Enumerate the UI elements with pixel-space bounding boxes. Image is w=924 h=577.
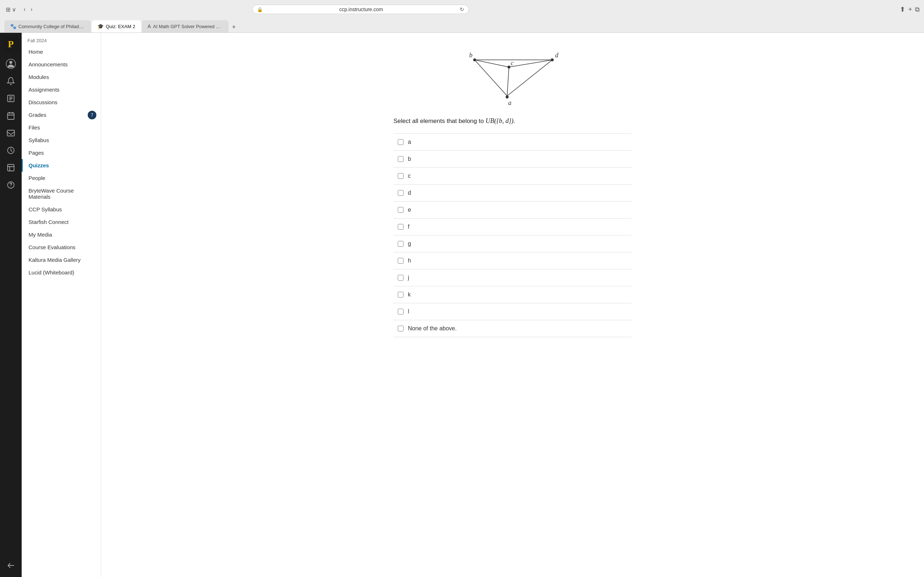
answer-item-j: j (393, 269, 632, 286)
checkbox-none[interactable] (398, 326, 404, 331)
app-layout: P (0, 33, 924, 577)
checkbox-d[interactable] (398, 190, 404, 196)
sidebar-item-evaluations[interactable]: Course Evaluations (22, 241, 101, 253)
svg-line-10 (507, 67, 509, 96)
checkbox-g[interactable] (398, 241, 404, 247)
sidebar-item-grades[interactable]: Grades 7 (22, 108, 101, 121)
checkbox-k[interactable] (398, 292, 404, 298)
share-button[interactable]: ⬆ (900, 5, 905, 13)
tab-favicon-3: Α (148, 23, 151, 29)
address-bar[interactable]: 🔒 ccp.instructure.com ↻ (252, 5, 469, 14)
svg-text:c: c (511, 60, 514, 67)
sidebar-item-brytewave[interactable]: BryteWave Course Materials (22, 184, 101, 203)
svg-rect-3 (8, 113, 14, 119)
tabs-overview-button[interactable]: ⧉ (915, 5, 920, 13)
sidebar-item-files[interactable]: Files (22, 121, 101, 134)
tab-title-3: AI Math GPT Solver Powered by GPT-4o Fre… (153, 24, 223, 29)
choice-label-c[interactable]: c (408, 173, 627, 179)
nav-item-calendar[interactable] (3, 108, 19, 124)
svg-text:a: a (508, 99, 512, 106)
browser-action-buttons: ⬆ + ⧉ (900, 5, 920, 13)
svg-text:d: d (555, 52, 559, 59)
answer-item-f: f (393, 219, 632, 235)
choice-label-b[interactable]: b (408, 156, 627, 162)
nav-item-collapse[interactable] (3, 558, 19, 574)
answer-item-d: d (393, 185, 632, 201)
sidebar-item-discussions[interactable]: Discussions (22, 96, 101, 108)
sidebar-item-syllabus[interactable]: Syllabus (22, 134, 101, 147)
sidebar-item-pages[interactable]: Pages (22, 147, 101, 159)
sidebar-item-modules[interactable]: Modules (22, 71, 101, 83)
svg-line-12 (475, 60, 509, 67)
svg-line-13 (509, 60, 552, 67)
tab-favicon-2: 🎓 (97, 23, 103, 29)
choice-label-k[interactable]: k (408, 292, 627, 298)
svg-line-9 (475, 60, 507, 96)
answer-item-k: k (393, 286, 632, 303)
tab-community-college[interactable]: 🐾 Community College of Philadelphia (4, 20, 91, 32)
browser-toolbar: ⊞ ∨ ‹ › 🔒 ccp.instructure.com ↻ ⬆ + ⧉ (0, 0, 924, 19)
checkbox-b[interactable] (398, 156, 404, 162)
answer-item-e: e (393, 201, 632, 219)
sidebar-item-quizzes[interactable]: Quizzes (22, 159, 101, 172)
checkbox-f[interactable] (398, 224, 404, 230)
new-tab-button[interactable]: + (908, 5, 912, 13)
svg-rect-6 (8, 164, 14, 171)
checkbox-c[interactable] (398, 173, 404, 179)
checkbox-h[interactable] (398, 258, 404, 264)
nav-buttons: ‹ › (21, 5, 35, 14)
browser-tabs: 🐾 Community College of Philadelphia 🎓 Qu… (0, 19, 924, 32)
sidebar-item-ccpsyllabus[interactable]: CCP Syllabus (22, 203, 101, 216)
nav-item-inbox[interactable] (3, 125, 19, 141)
choice-label-j[interactable]: j (408, 274, 627, 281)
checkbox-a[interactable] (398, 139, 404, 145)
course-sidebar: Fall 2024 Home Announcements Modules Ass… (22, 33, 101, 577)
choice-label-h[interactable]: h (408, 258, 627, 264)
sidebar-item-home[interactable]: Home (22, 45, 101, 58)
reload-button[interactable]: ↻ (460, 6, 464, 12)
sidebar-item-people[interactable]: People (22, 172, 101, 184)
checkbox-j[interactable] (398, 275, 404, 280)
answer-item-c: c (393, 168, 632, 185)
answer-choices: a b c d e (393, 134, 632, 337)
sidebar-item-lucid[interactable]: Lucid (Whiteboard) (22, 266, 101, 279)
back-button[interactable]: ‹ (21, 5, 27, 14)
browser-chrome: ⊞ ∨ ‹ › 🔒 ccp.instructure.com ↻ ⬆ + ⧉ 🐾 … (0, 0, 924, 33)
sidebar-toggle-button[interactable]: ⊞ ∨ (4, 5, 18, 15)
answer-item-l: l (393, 303, 632, 320)
svg-point-17 (551, 58, 554, 61)
sidebar-item-announcements[interactable]: Announcements (22, 58, 101, 71)
choice-label-d[interactable]: d (408, 190, 627, 196)
tab-favicon-1: 🐾 (10, 23, 16, 29)
svg-point-16 (507, 66, 510, 69)
add-tab-button[interactable]: + (229, 22, 239, 32)
app-logo[interactable]: P (3, 36, 19, 52)
choice-label-a[interactable]: a (408, 139, 627, 145)
nav-item-announcements[interactable] (3, 73, 19, 89)
question-text: Select all elements that belong to UB({b… (393, 116, 632, 126)
p-logo-icon: P (3, 36, 19, 52)
nav-item-help[interactable] (3, 177, 19, 193)
svg-line-11 (507, 60, 552, 96)
nav-item-history[interactable] (3, 142, 19, 158)
nav-item-assignments-rail[interactable] (3, 90, 19, 106)
nav-item-media[interactable] (3, 160, 19, 176)
choice-label-f[interactable]: f (408, 224, 627, 230)
svg-point-18 (506, 95, 509, 98)
sidebar-item-starfish[interactable]: Starfish Connect (22, 216, 101, 228)
forward-button[interactable]: › (29, 5, 35, 14)
sidebar-item-assignments[interactable]: Assignments (22, 83, 101, 96)
sidebar-item-kaltura[interactable]: Kaltura Media Gallery (22, 253, 101, 266)
checkbox-l[interactable] (398, 309, 404, 314)
choice-label-none[interactable]: None of the above. (408, 325, 627, 332)
tab-ai-math[interactable]: Α AI Math GPT Solver Powered by GPT-4o F… (142, 20, 228, 32)
nav-item-profile[interactable] (3, 56, 19, 72)
choice-label-g[interactable]: g (408, 240, 627, 247)
tab-quiz[interactable]: 🎓 Quiz: EXAM 2 (92, 20, 141, 32)
svg-point-15 (473, 58, 476, 61)
choice-label-l[interactable]: l (408, 308, 627, 315)
sidebar-item-mymedia[interactable]: My Media (22, 228, 101, 241)
sidebar-term: Fall 2024 (22, 33, 101, 45)
checkbox-e[interactable] (398, 207, 404, 213)
choice-label-e[interactable]: e (408, 206, 627, 213)
